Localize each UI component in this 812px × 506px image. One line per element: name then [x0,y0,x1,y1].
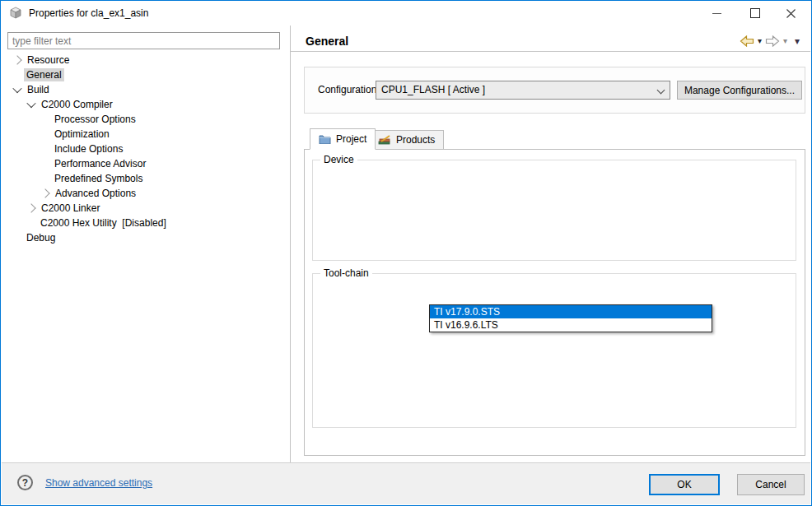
device-group-legend: Device [320,155,357,165]
products-books-icon [378,135,391,145]
dropdown-option-ti-v17-9-0-sts[interactable]: TI v17.9.0.STS [430,305,712,318]
app-cube-icon [9,7,22,20]
maximize-icon [750,8,760,18]
title-bar[interactable]: Properties for cla_ex1_asin [1,1,811,26]
tree-item-label: Processor Options [52,113,138,126]
tree-item-label: Performance Advisor [52,157,148,170]
tree-item-label: Advanced Options [53,187,138,200]
properties-dialog: Properties for cla_ex1_asin ResourceGene… [0,0,812,506]
tree-item-c2000-hex-utility-disabled[interactable]: C2000 Hex Utility [Disabled] [1,216,289,230]
tree-item-label: Include Options [52,142,125,156]
tree-item-label: Predefined Symbols [52,172,145,185]
tree-item-include-options[interactable]: Include Options [1,142,289,156]
tree-item-performance-advisor[interactable]: Performance Advisor [1,156,289,171]
tree-item-label: Resource [25,53,72,67]
chevron-right-icon[interactable] [26,203,35,212]
show-advanced-settings-link[interactable]: Show advanced settings [45,477,152,489]
toolchain-group [312,273,796,428]
tree-item-label: Optimization [52,128,112,141]
configuration-select[interactable]: CPU1_FLASH [ Active ] [376,81,670,100]
close-icon [786,9,796,18]
tree-item-resource[interactable]: Resource [1,53,289,67]
forward-icon[interactable] [765,35,780,47]
toolchain-group-legend: Tool-chain [320,268,372,279]
back-icon[interactable] [740,35,754,47]
chevron-down-icon[interactable] [12,84,21,93]
tab-products[interactable]: Products [369,130,444,150]
dropdown-option-ti-v16-9-6-lts[interactable]: TI v16.9.6.LTS [430,318,712,332]
properties-tree: ResourceGeneralBuildC2000 CompilerProces… [1,53,289,245]
forward-menu-caret-icon[interactable]: ▾ [783,37,787,45]
footer-bar: ? Show advanced settings OK Cancel [2,462,810,504]
cancel-button[interactable]: Cancel [737,474,805,495]
tree-item-build[interactable]: Build [1,82,289,97]
tree-item-label: C2000 Linker [39,202,102,215]
filter-input[interactable] [7,32,280,49]
tree-item-c2000-linker[interactable]: C2000 Linker [1,201,289,216]
tree-item-predefined-symbols[interactable]: Predefined Symbols [1,171,289,186]
tab-products-label: Products [396,134,435,146]
tree-item-optimization[interactable]: Optimization [1,127,289,142]
tree-item-label: Debug [24,231,58,244]
chevron-right-icon[interactable] [12,55,21,64]
device-group [312,160,796,261]
back-menu-caret-icon[interactable]: ▾ [758,37,762,45]
compiler-version-dropdown-list: TI v17.9.0.STSTI v16.9.6.LTS [429,304,712,332]
tab-project[interactable]: Project [310,128,376,150]
tree-item-advanced-options[interactable]: Advanced Options [1,186,289,201]
help-icon[interactable]: ? [17,475,33,490]
panel-divider [290,26,291,465]
window-title: Properties for cla_ex1_asin [29,7,148,19]
header-separator [291,51,810,52]
tree-item-general[interactable]: General [1,67,289,82]
configuration-label: Configuration: [318,81,380,100]
chevron-down-icon[interactable] [26,99,35,108]
close-button[interactable] [772,1,810,26]
tree-item-debug[interactable]: Debug [1,230,289,245]
tree-item-label: General [24,68,64,81]
tree-item-label: Build [25,83,52,96]
tree-item-label: C2000 Compiler [39,98,115,111]
tab-project-label: Project [336,133,366,145]
chevron-right-icon[interactable] [40,188,49,197]
tree-item-c2000-compiler[interactable]: C2000 Compiler [1,97,289,112]
ok-button[interactable]: OK [649,474,720,495]
manage-configurations-button[interactable]: Manage Configurations... [677,81,802,100]
maximize-button[interactable] [736,1,773,26]
page-title: General [306,35,348,48]
tree-item-processor-options[interactable]: Processor Options [1,112,289,127]
tree-item-label: C2000 Hex Utility [Disabled] [38,216,169,230]
minimize-icon [712,13,721,14]
configuration-value: CPU1_FLASH [ Active ] [381,84,485,95]
history-navbar: ▾ ▾ ▾ [740,35,800,47]
chevron-down-icon [657,86,665,95]
view-menu-icon[interactable]: ▾ [795,37,800,45]
folder-icon [319,134,331,144]
minimize-button[interactable] [698,1,735,26]
